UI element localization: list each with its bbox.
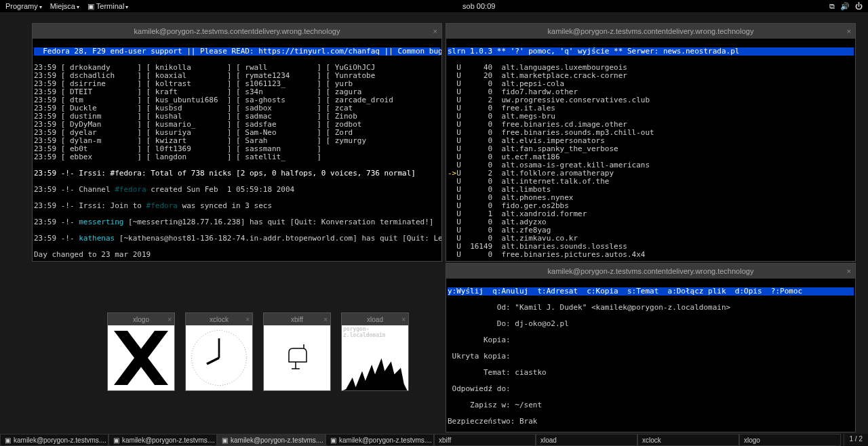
terminal-window-mutt[interactable]: kamilek@porygon-z.testvms.contentdeliver… [446, 263, 856, 432]
taskbar-item[interactable]: xbiff [434, 434, 536, 446]
window-title: kamilek@porygon-z.testvms.contentdeliver… [134, 27, 340, 35]
close-icon[interactable]: × [433, 27, 437, 35]
taskbar-item[interactable]: ▣kamilek@porygon-z.testvms.... [217, 434, 326, 446]
xbiff-window[interactable]: xbiff× [263, 312, 331, 391]
menu-terminal[interactable]: ▣ Terminal▾ [87, 2, 128, 11]
window-title: kamilek@porygon-z.testvms.contentdeliver… [548, 267, 754, 275]
terminal-icon: ▣ [330, 437, 336, 444]
close-icon[interactable]: × [847, 267, 851, 275]
window-title: xlogo [133, 316, 149, 323]
top-panel: Programy▾ Miejsca▾ ▣ Terminal▾ sob 00:09… [0, 0, 868, 12]
terminal-content[interactable]: slrn 1.0.3 ** '?' pomoc, 'q' wyjście ** … [446, 39, 855, 261]
window-title: kamilek@porygon-z.testvms.contentdeliver… [548, 27, 754, 35]
hostname-label: porygon-z.localdomain [342, 325, 408, 339]
menu-programs[interactable]: Programy▾ [5, 2, 42, 11]
taskbar-item[interactable]: ▣kamilek@porygon-z.testvms.... [108, 434, 217, 446]
taskbar-item[interactable]: xload [536, 434, 637, 446]
titlebar[interactable]: kamilek@porygon-z.testvms.contentdeliver… [33, 24, 441, 39]
close-icon[interactable]: × [847, 27, 851, 35]
terminal-icon: ▣ [5, 437, 11, 444]
svg-line-4 [207, 358, 219, 364]
newsgroup-row[interactable]: U 0 free.binaries.pictures.autos.4x4 [448, 251, 854, 259]
close-icon[interactable]: × [401, 316, 406, 323]
mailbox-icon [264, 325, 330, 390]
load-graph: porygon-z.localdomain [342, 325, 408, 390]
taskbar-item[interactable]: ▣kamilek@porygon-z.testvms.... [326, 434, 434, 446]
terminal-window-irc[interactable]: kamilek@porygon-z.testvms.contentdeliver… [32, 23, 442, 262]
desktop: kamilek@porygon-z.testvms.contentdeliver… [0, 12, 868, 434]
window-title: xload [367, 316, 383, 323]
terminal-icon: ▣ [87, 2, 94, 10]
taskbar-item[interactable]: ▣kamilek@porygon-z.testvms.... [0, 434, 108, 446]
svg-marker-8 [343, 359, 408, 391]
terminal-window-slrn[interactable]: kamilek@porygon-z.testvms.contentdeliver… [446, 23, 856, 262]
titlebar[interactable]: kamilek@porygon-z.testvms.contentdeliver… [446, 24, 855, 39]
terminal-icon: ▣ [222, 437, 228, 444]
close-icon[interactable]: × [323, 316, 328, 323]
terminal-icon: ▣ [113, 437, 119, 444]
menu-places[interactable]: Miejsca▾ [50, 2, 79, 11]
clock-face-icon [186, 325, 252, 390]
network-icon[interactable]: ⧉ [829, 2, 835, 11]
clock[interactable]: sob 00:09 [128, 2, 829, 10]
taskbar: ▣kamilek@porygon-z.testvms.... ▣kamilek@… [0, 434, 868, 446]
mutt-help: y:Wyślij q:Anuluj t:Adresat c:Kopia s:Te… [448, 287, 854, 296]
titlebar[interactable]: kamilek@porygon-z.testvms.contentdeliver… [446, 264, 855, 279]
taskbar-item[interactable]: xlogo [739, 434, 841, 446]
xload-window[interactable]: xload× porygon-z.localdomain [341, 312, 409, 391]
workspace-indicator[interactable]: 1 / 2 [844, 434, 868, 446]
window-title: xclock [210, 316, 229, 323]
irc-topic: Fedora 28, F29 end-user support || Pleas… [34, 47, 440, 56]
power-icon[interactable]: ⏻ [855, 2, 863, 11]
xlogo-icon [108, 325, 174, 390]
slrn-header: slrn 1.0.3 ** '?' pomoc, 'q' wyjście ** … [448, 47, 854, 56]
close-icon[interactable]: × [167, 316, 172, 323]
volume-icon[interactable]: 🔊 [840, 2, 850, 11]
terminal-content[interactable]: y:Wyślij q:Anuluj t:Adresat c:Kopia s:Te… [446, 279, 855, 432]
terminal-content[interactable]: Fedora 28, F29 end-user support || Pleas… [33, 39, 441, 261]
close-icon[interactable]: × [245, 316, 250, 323]
taskbar-item[interactable]: xclock [637, 434, 739, 446]
irc-status: 23:59 -!- Irssi: #fedora: Total of 738 n… [34, 169, 416, 178]
window-title: xbiff [291, 316, 303, 323]
xlogo-window[interactable]: xlogo× [107, 312, 175, 391]
xclock-window[interactable]: xclock× [185, 312, 253, 391]
